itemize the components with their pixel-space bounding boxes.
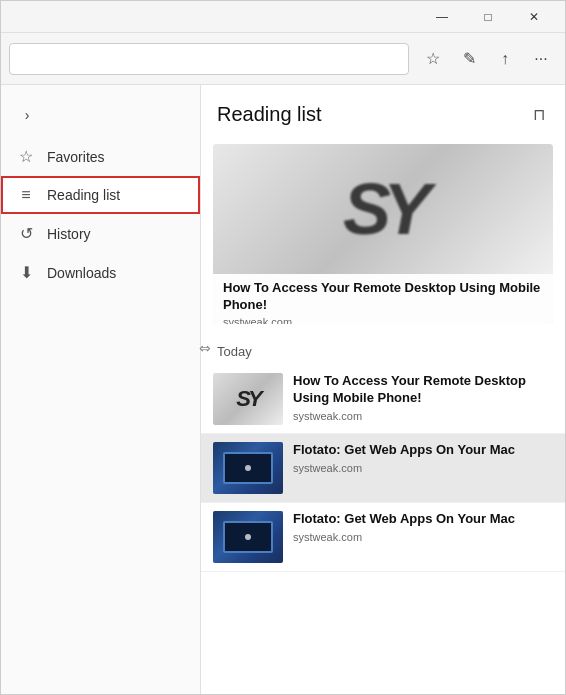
date-label: Today: [201, 332, 565, 365]
sidebar-item-downloads-label: Downloads: [47, 265, 116, 281]
article-source-3: systweak.com: [293, 531, 553, 543]
featured-info: How To Access Your Remote Desktop Using …: [213, 274, 553, 324]
thumb-mac-dot: [245, 465, 251, 471]
sidebar-item-reading-list-label: Reading list: [47, 187, 120, 203]
favorite-icon-button[interactable]: ☆: [417, 43, 449, 75]
panel-title: Reading list: [217, 103, 322, 126]
panel-pin-button[interactable]: ⊓: [529, 101, 549, 128]
article-title-3: Flotato: Get Web Apps On Your Mac: [293, 511, 553, 528]
maximize-button[interactable]: □: [465, 1, 511, 33]
thumb-mac-visual: [213, 442, 283, 494]
address-input[interactable]: [9, 43, 409, 75]
article-info-3: Flotato: Get Web Apps On Your Mac systwe…: [293, 511, 553, 543]
sidebar-item-favorites-label: Favorites: [47, 149, 105, 165]
titlebar: — □ ✕: [1, 1, 565, 33]
featured-source: systweak.com: [223, 316, 543, 324]
more-icon-button[interactable]: ···: [525, 43, 557, 75]
article-source-1: systweak.com: [293, 410, 553, 422]
downloads-icon: ⬇: [17, 263, 35, 282]
close-button[interactable]: ✕: [511, 1, 557, 33]
article-title-1: How To Access Your Remote Desktop Using …: [293, 373, 553, 407]
featured-logo: SY: [343, 168, 423, 250]
featured-article[interactable]: SY How To Access Your Remote Desktop Usi…: [213, 144, 553, 324]
article-item[interactable]: Flotato: Get Web Apps On Your Mac systwe…: [201, 434, 565, 503]
featured-title: How To Access Your Remote Desktop Using …: [223, 280, 543, 314]
titlebar-controls: — □ ✕: [419, 1, 557, 33]
reading-list-icon: ≡: [17, 186, 35, 204]
sidebar-item-favorites[interactable]: ☆ Favorites: [1, 137, 200, 176]
sidebar-item-downloads[interactable]: ⬇ Downloads: [1, 253, 200, 292]
sidebar-item-reading-list[interactable]: ≡ Reading list: [1, 176, 200, 214]
browser-window: — □ ✕ ☆ ✎ ↑ ··· › ☆ Favorites ≡ Reading …: [0, 0, 566, 695]
article-thumbnail-1: SY: [213, 373, 283, 425]
thumb-mac-dot-2: [245, 534, 251, 540]
main-area: › ☆ Favorites ≡ Reading list ↺ History ⬇…: [1, 85, 565, 694]
article-info-2: Flotato: Get Web Apps On Your Mac systwe…: [293, 442, 553, 474]
sidebar: › ☆ Favorites ≡ Reading list ↺ History ⬇…: [1, 85, 201, 694]
sidebar-item-history-label: History: [47, 226, 91, 242]
thumb-mac-visual-2: [213, 511, 283, 563]
featured-thumbnail: SY: [213, 144, 553, 274]
favorites-icon: ☆: [17, 147, 35, 166]
pen-icon-button[interactable]: ✎: [453, 43, 485, 75]
thumb-sy-logo: SY: [236, 386, 259, 412]
thumb-mac-screen: [223, 452, 273, 484]
sidebar-toggle-button[interactable]: ›: [9, 97, 45, 133]
sidebar-item-history[interactable]: ↺ History: [1, 214, 200, 253]
article-item[interactable]: SY How To Access Your Remote Desktop Usi…: [201, 365, 565, 434]
article-title-2: Flotato: Get Web Apps On Your Mac: [293, 442, 553, 459]
reading-panel: Reading list ⊓ SY How To Access Your Rem…: [201, 85, 565, 694]
article-info-1: How To Access Your Remote Desktop Using …: [293, 373, 553, 422]
article-thumbnail-3: [213, 511, 283, 563]
thumb-mac-screen-2: [223, 521, 273, 553]
article-item[interactable]: Flotato: Get Web Apps On Your Mac systwe…: [201, 503, 565, 572]
addressbar: ☆ ✎ ↑ ···: [1, 33, 565, 85]
sidebar-resize-handle[interactable]: ⇔: [197, 338, 213, 358]
share-icon-button[interactable]: ↑: [489, 43, 521, 75]
history-icon: ↺: [17, 224, 35, 243]
article-source-2: systweak.com: [293, 462, 553, 474]
panel-header: Reading list ⊓: [201, 85, 565, 136]
minimize-button[interactable]: —: [419, 1, 465, 33]
toolbar-icons: ☆ ✎ ↑ ···: [417, 43, 557, 75]
article-thumbnail-2: [213, 442, 283, 494]
